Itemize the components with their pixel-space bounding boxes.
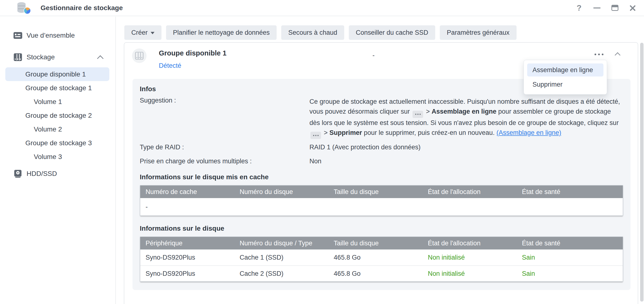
table-row: Syno-DS920Plus Cache 2 (SSD) 465.8 Go No… [140, 265, 623, 281]
sidebar: Vue d’ensemble Stockage Groupe disponibl… [0, 17, 116, 304]
more-options-badge-icon [310, 132, 321, 139]
creer-button[interactable]: Créer [124, 25, 162, 40]
multi-volume-label: Prise en charge de volumes multiples : [140, 155, 310, 167]
vertical-scrollbar-thumb[interactable] [640, 43, 644, 302]
hdd-icon [13, 170, 22, 178]
sidebar-item-label: Vue d’ensemble [26, 32, 75, 39]
button-label: Planifier le nettoyage de données [173, 29, 270, 36]
caret-down-icon [150, 32, 154, 34]
column-header: Numéro du disque / Type [234, 240, 328, 247]
table-row: Syno-DS920Plus Cache 1 (SSD) 465.8 Go No… [140, 250, 623, 265]
pool-title: Groupe disponible 1 [159, 49, 226, 57]
disk-table-header: Périphérique Numéro du disque / Type Tai… [140, 237, 623, 250]
column-header: État de santé [516, 240, 623, 247]
sidebar-item-label: Groupe de stockage 1 [25, 84, 92, 92]
avatar [132, 48, 146, 63]
raid-type-label: Type de RAID : [140, 141, 310, 153]
cell: Cache 2 (SSD) [234, 270, 328, 278]
sidebar-item-label: HDD/SSD [26, 170, 57, 178]
multi-volume-row: Prise en charge de volumes multiples : N… [140, 155, 623, 167]
card-actions [593, 52, 621, 57]
column-header: État de l'allocation [422, 188, 516, 196]
column-header: Périphérique [140, 240, 234, 247]
disk-table: Périphérique Numéro du disque / Type Tai… [140, 237, 623, 282]
cell: 465.8 Go [328, 270, 423, 278]
assemblage-en-ligne-link[interactable]: (Assemblage en ligne) [496, 129, 562, 136]
help-icon[interactable]: ? [575, 4, 583, 12]
sidebar-item-label: Groupe de stockage 3 [25, 139, 92, 147]
cell: - [140, 203, 234, 211]
multi-volume-value: Non [310, 155, 621, 167]
sidebar-item-groupe-disponible-1[interactable]: Groupe disponible 1 [5, 67, 109, 81]
pool-status-link[interactable]: Détecté [159, 62, 181, 69]
more-options-icon[interactable] [593, 52, 605, 57]
chevron-up-icon[interactable] [98, 54, 103, 60]
cache-table-header: Numéro de cache Numéro du disque Taille … [140, 186, 623, 198]
column-header: Taille du disque [328, 188, 423, 196]
button-label: Conseiller du cache SSD [356, 29, 428, 36]
secours-a-chaud-button[interactable]: Secours à chaud [281, 25, 344, 40]
button-label: Créer [131, 29, 148, 36]
titlebar: Gestionnaire de stockage ? [0, 0, 644, 16]
storage-icon [13, 53, 22, 61]
sidebar-item-label: Groupe disponible 1 [25, 70, 86, 78]
column-header: Numéro de cache [140, 188, 234, 196]
health-status: Sain [516, 254, 623, 261]
collapse-chevron-icon[interactable] [614, 52, 621, 57]
toolbar: Créer Planifier le nettoyage de données … [124, 25, 644, 40]
column-header: Numéro du disque [234, 188, 328, 196]
sidebar-item-label: Groupe de stockage 2 [25, 112, 92, 119]
suggestion-row: Suggestion : Ce groupe de stockage est a… [140, 97, 623, 139]
disk-table-title: Informations sur le disque [140, 225, 623, 233]
sidebar-item-volume-2[interactable]: Volume 2 [0, 122, 116, 136]
allocation-status: Non initialisé [422, 270, 516, 278]
health-status: Sain [516, 270, 623, 278]
conseiller-cache-ssd-button[interactable]: Conseiller du cache SSD [349, 25, 435, 40]
table-row: - [140, 198, 623, 216]
sidebar-item-stockage[interactable]: Stockage [0, 50, 116, 64]
window-title: Gestionnaire de stockage [40, 4, 123, 12]
cell: Syno-DS920Plus [140, 254, 234, 261]
more-options-badge-icon [412, 111, 423, 118]
maximize-icon[interactable] [611, 4, 619, 12]
sidebar-item-label: Stockage [26, 53, 55, 61]
sidebar-item-label: Volume 1 [34, 98, 62, 106]
menu-item-supprimer[interactable]: Supprimer [527, 78, 604, 91]
context-menu: Assemblage en ligne Supprimer [524, 60, 607, 95]
column-header: État de l'allocation [422, 240, 516, 247]
sidebar-item-groupe-de-stockage-3[interactable]: Groupe de stockage 3 [0, 136, 116, 150]
info-panel: Infos Suggestion : Ce groupe de stockage… [132, 79, 630, 290]
storage-pool-icon [135, 52, 144, 60]
raid-type-value: RAID 1 (Avec protection des données) [310, 141, 621, 153]
sidebar-item-label: Volume 3 [34, 153, 62, 161]
sidebar-item-label: Volume 2 [34, 125, 62, 133]
sidebar-item-vue-densemble[interactable]: Vue d’ensemble [0, 29, 116, 42]
button-label: Secours à chaud [288, 29, 337, 36]
window-controls: ? [575, 4, 637, 12]
cell: Cache 1 (SSD) [234, 254, 328, 261]
storage-manager-app-icon [18, 2, 31, 14]
sidebar-item-volume-3[interactable]: Volume 3 [0, 150, 116, 164]
planifier-nettoyage-button[interactable]: Planifier le nettoyage de données [166, 25, 277, 40]
cache-table: Numéro de cache Numéro du disque Taille … [140, 185, 623, 216]
parametres-generaux-button[interactable]: Paramètres généraux [440, 25, 516, 40]
close-icon[interactable] [628, 4, 637, 12]
pool-capacity-value: - [372, 52, 374, 59]
column-header: Taille du disque [328, 240, 423, 247]
raid-type-row: Type de RAID : RAID 1 (Avec protection d… [140, 141, 623, 153]
sidebar-item-groupe-de-stockage-1[interactable]: Groupe de stockage 1 [0, 81, 116, 95]
overview-icon [13, 31, 22, 39]
cell: Syno-DS920Plus [140, 270, 234, 278]
cache-table-title: Informations sur le disque mis en cache [140, 173, 623, 181]
sidebar-item-hdd-ssd[interactable]: HDD/SSD [0, 167, 116, 180]
button-label: Paramètres généraux [447, 29, 510, 36]
menu-item-assemblage-en-ligne[interactable]: Assemblage en ligne [527, 63, 604, 76]
cell: 465.8 Go [328, 254, 423, 261]
minimize-icon[interactable] [593, 4, 601, 12]
suggestion-label: Suggestion : [140, 97, 310, 139]
sidebar-item-volume-1[interactable]: Volume 1 [0, 95, 116, 109]
sidebar-item-groupe-de-stockage-2[interactable]: Groupe de stockage 2 [0, 109, 116, 122]
column-header: État de santé [516, 188, 623, 196]
allocation-status: Non initialisé [422, 254, 516, 261]
suggestion-text: Ce groupe de stockage est actuellement i… [310, 97, 621, 139]
